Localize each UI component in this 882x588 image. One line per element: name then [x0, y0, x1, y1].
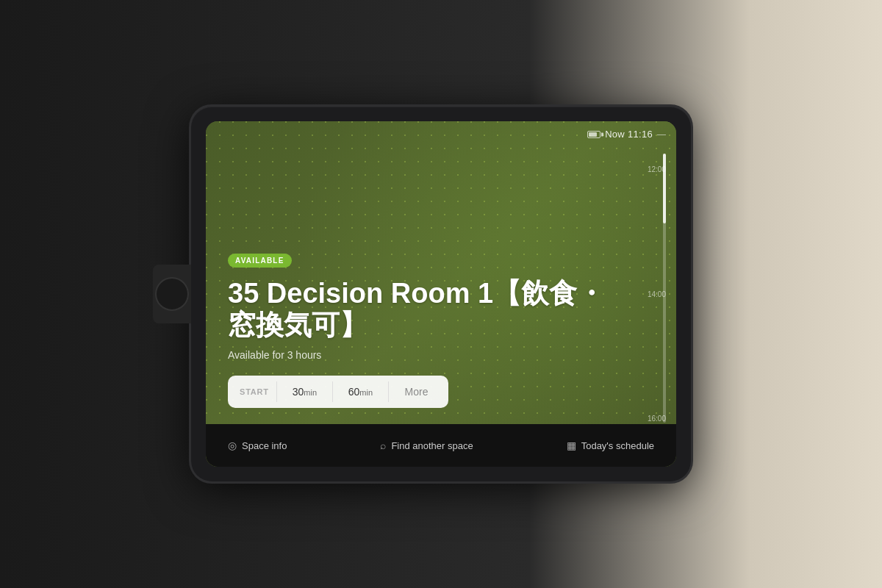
booking-30-value: 30 — [293, 386, 304, 398]
available-badge: AVAILABLE — [228, 254, 292, 268]
find-space-icon: ⌕ — [380, 440, 386, 451]
find-space-label: Find another space — [391, 440, 473, 451]
find-space-nav-item[interactable]: ⌕ Find another space — [380, 440, 473, 451]
space-info-label: Space info — [242, 440, 287, 451]
mount-circle — [155, 277, 189, 311]
timeline: 12:00 14:00 16:00 — [644, 143, 666, 423]
space-info-nav-item[interactable]: ◎ Space info — [228, 440, 287, 451]
availability-text: Available for 3 hours — [228, 349, 614, 361]
booking-60-unit: min — [359, 388, 373, 397]
booking-30-unit: min — [304, 388, 317, 397]
bottom-navigation: ◎ Space info ⌕ Find another space ▦ Toda… — [206, 424, 676, 467]
main-content: AVAILABLE 35 Decision Room 1【飲食・窓換気可】 Av… — [206, 121, 636, 423]
space-info-icon: ◎ — [228, 440, 237, 451]
todays-schedule-nav-item[interactable]: ▦ Today's schedule — [567, 440, 654, 451]
booking-start-label: START — [232, 380, 276, 404]
schedule-label: Today's schedule — [581, 440, 654, 451]
booking-bar: START 30min 60min More — [228, 376, 448, 408]
room-title: 35 Decision Room 1【飲食・窓換気可】 — [228, 278, 614, 342]
tablet-screen: Now 11:16 — 12:00 14:00 16:00 AVAILABLE … — [206, 121, 676, 467]
schedule-icon: ▦ — [567, 440, 576, 451]
booking-60-value: 60 — [348, 386, 360, 398]
tablet-device: Now 11:16 — 12:00 14:00 16:00 AVAILABLE … — [191, 107, 691, 481]
booking-option-30[interactable]: 30min — [277, 379, 332, 405]
mount-arm — [153, 265, 191, 323]
timeline-current-indicator — [663, 154, 666, 223]
booking-option-60[interactable]: 60min — [333, 379, 388, 405]
booking-more-button[interactable]: More — [389, 379, 444, 405]
time-dash: — — [657, 129, 666, 140]
